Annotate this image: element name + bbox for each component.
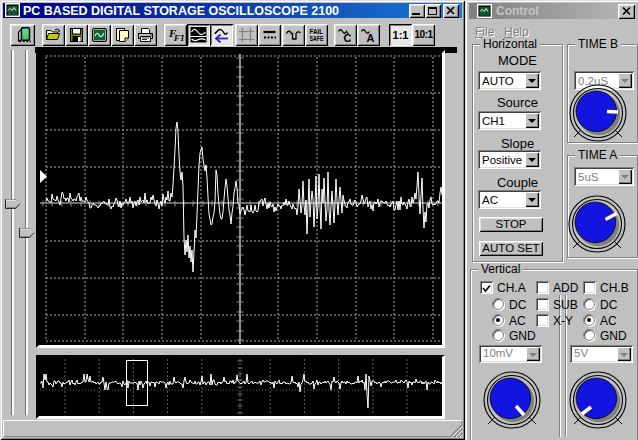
svg-text:FT: FT — [173, 33, 184, 43]
svg-text:C: C — [344, 32, 352, 43]
svg-text:A: A — [367, 32, 375, 43]
svg-text:FAIL: FAIL — [310, 28, 324, 35]
svg-text:SAFE: SAFE — [310, 35, 325, 42]
